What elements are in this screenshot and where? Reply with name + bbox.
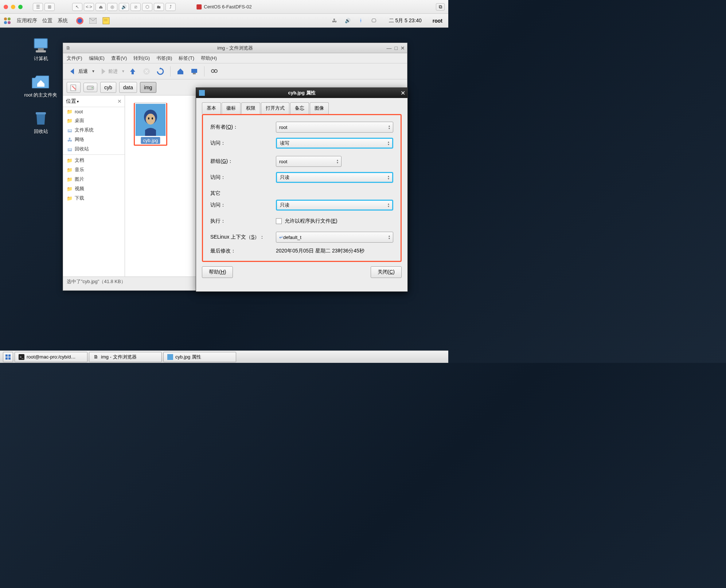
window-close-icon[interactable]: ✕: [401, 45, 405, 51]
owner-select[interactable]: root▴▾: [276, 122, 393, 133]
group-select[interactable]: root▴▾: [276, 156, 341, 167]
properties-titlebar[interactable]: cyb.jpg 属性 ✕: [196, 88, 407, 98]
up-button[interactable]: [126, 66, 139, 77]
help-button[interactable]: 帮助(H): [202, 266, 233, 278]
properties-close-icon[interactable]: ✕: [401, 90, 405, 97]
taskbar-item-filebrowser[interactable]: 🗎 img - 文件浏览器: [89, 352, 162, 362]
window-minimize-icon[interactable]: —: [387, 45, 392, 51]
svg-rect-31: [5, 357, 8, 360]
other-access-select[interactable]: 只读▴▾: [276, 200, 393, 211]
mac-tool-disc-icon[interactable]: ◎: [107, 3, 117, 11]
mac-fullscreen-icon[interactable]: ⧉: [436, 3, 445, 11]
close-button[interactable]: 关闭(C): [371, 266, 402, 278]
sidebar-item-music[interactable]: 📁音乐: [63, 165, 125, 175]
reload-button[interactable]: [154, 66, 167, 77]
menu-tabs[interactable]: 标签(T): [179, 55, 194, 62]
network-icon[interactable]: 🖧: [331, 17, 339, 25]
tab-openwith[interactable]: 打开方式: [261, 102, 289, 114]
mac-toolbar-btn[interactable]: ⊞: [44, 3, 55, 11]
menu-applications[interactable]: 应用程序: [17, 17, 37, 24]
tab-image[interactable]: 图像: [310, 102, 329, 114]
sidebar-item-desktop[interactable]: 📁桌面: [63, 116, 125, 125]
mac-tool-camera-icon[interactable]: ⎚: [130, 3, 141, 11]
notes-icon[interactable]: [102, 17, 110, 25]
desktop-icon-trash[interactable]: 回收站: [23, 109, 59, 135]
mac-tool-share-icon[interactable]: ⤴: [165, 3, 176, 11]
desktop-icon-home[interactable]: root 的主文件夹: [15, 73, 66, 98]
sidebar-item-trash[interactable]: 🖴回收站: [63, 144, 125, 154]
execute-checkbox[interactable]: [276, 218, 282, 224]
mac-tool-mouse-icon[interactable]: ↖: [72, 3, 82, 11]
owner-access-select[interactable]: 读写▴▾: [276, 138, 393, 149]
menu-bookmarks[interactable]: 书签(B): [156, 55, 172, 62]
search-button[interactable]: [208, 66, 220, 77]
back-dropdown-icon[interactable]: ▼: [91, 69, 95, 73]
mac-close-button[interactable]: [4, 5, 8, 9]
sidebar-item-videos[interactable]: 📁视频: [63, 184, 125, 193]
tab-notes[interactable]: 备忘: [290, 102, 309, 114]
mac-tool-usb-icon[interactable]: ⬡: [142, 3, 152, 11]
computer-button[interactable]: [188, 66, 200, 77]
group-access-select[interactable]: 只读▴▾: [276, 172, 393, 183]
path-segment-img[interactable]: img: [140, 82, 156, 93]
sidebar-item-root[interactable]: 📁root: [63, 107, 125, 116]
mac-minimize-button[interactable]: [11, 5, 15, 9]
terminal-icon: >_: [19, 354, 24, 360]
desktop-icon-computer[interactable]: 计算机: [23, 36, 59, 62]
mac-tool-sound-icon[interactable]: 🔊: [119, 3, 129, 11]
svg-rect-19: [214, 71, 215, 71]
path-drive-button[interactable]: [83, 83, 97, 92]
panel-user[interactable]: root: [433, 18, 442, 24]
gnome-logo-icon[interactable]: [3, 16, 12, 25]
sidebar-item-documents[interactable]: 📁文档: [63, 156, 125, 165]
menu-file[interactable]: 文件(F): [67, 55, 82, 62]
sidebar-item-downloads[interactable]: 📁下载: [63, 193, 125, 203]
taskbar-item-properties[interactable]: cyb.jpg 属性: [163, 352, 236, 362]
filebrowser-toolbar: 后退 ▼ 前进 ▼: [63, 63, 407, 79]
sidebar-item-network[interactable]: 🖧网络: [63, 135, 125, 144]
back-button[interactable]: 后退: [67, 66, 90, 77]
mac-tool-folder-icon[interactable]: 🖿: [154, 3, 164, 11]
tab-basic[interactable]: 基本: [202, 102, 221, 114]
menu-places[interactable]: 位置: [42, 17, 52, 24]
path-segment-cyb[interactable]: cyb: [100, 82, 116, 93]
sidebar-close-icon[interactable]: ✕: [117, 98, 122, 104]
sidebar-header[interactable]: 位置▾ ✕: [63, 95, 125, 107]
mac-tool-code-icon[interactable]: <·>: [84, 3, 94, 11]
taskbar-show-desktop[interactable]: [3, 352, 13, 362]
gnome-panel: 应用程序 位置 系统 🖧 🔊 ᚼ 🖵 二 5月 5 23:40 root: [0, 14, 448, 28]
firefox-icon[interactable]: [76, 17, 84, 25]
menu-help[interactable]: 帮助(H): [201, 55, 217, 62]
svg-rect-11: [38, 48, 44, 50]
bluetooth-icon[interactable]: ᚼ: [357, 17, 365, 25]
path-edit-button[interactable]: [67, 82, 81, 93]
menu-view[interactable]: 查看(V): [111, 55, 127, 62]
tab-permissions[interactable]: 权限: [241, 102, 260, 114]
home-button[interactable]: [174, 66, 187, 77]
menu-system[interactable]: 系统: [58, 17, 68, 24]
svg-rect-15: [191, 69, 197, 73]
folder-icon: 📁: [67, 195, 73, 201]
file-item-cyb-jpg[interactable]: cyb.jpg: [132, 103, 169, 146]
mac-toolbar-btn[interactable]: ☰: [33, 3, 43, 11]
menu-goto[interactable]: 转到(G): [133, 55, 150, 62]
sound-icon[interactable]: 🔊: [344, 17, 352, 25]
display-icon[interactable]: 🖵: [370, 17, 378, 25]
properties-footer: 帮助(H) 关闭(C): [196, 266, 407, 284]
sidebar-item-filesystem[interactable]: 🖴文件系统: [63, 125, 125, 135]
path-segment-data[interactable]: data: [119, 82, 137, 93]
folder-icon: 📁: [67, 109, 73, 114]
window-maximize-icon[interactable]: □: [395, 45, 398, 51]
mail-icon[interactable]: [89, 17, 97, 25]
folder-icon: 📁: [67, 118, 73, 124]
tab-emblems[interactable]: 徽标: [222, 102, 241, 114]
taskbar-item-terminal[interactable]: >_ root@mac-pro:/cyb/d…: [15, 352, 87, 362]
menu-edit[interactable]: 编辑(E): [89, 55, 105, 62]
execute-text: 允许以程序执行文件(E): [285, 218, 337, 224]
mac-maximize-button[interactable]: [18, 5, 23, 9]
panel-datetime[interactable]: 二 5月 5 23:40: [389, 17, 422, 24]
mac-tool-eject-icon[interactable]: ⏏: [95, 3, 106, 11]
sidebar-item-pictures[interactable]: 📁图片: [63, 175, 125, 184]
selinux-select[interactable]: ↵default_t▴▾: [276, 232, 393, 243]
filebrowser-titlebar[interactable]: 🗎 img - 文件浏览器 — □ ✕: [63, 43, 407, 53]
